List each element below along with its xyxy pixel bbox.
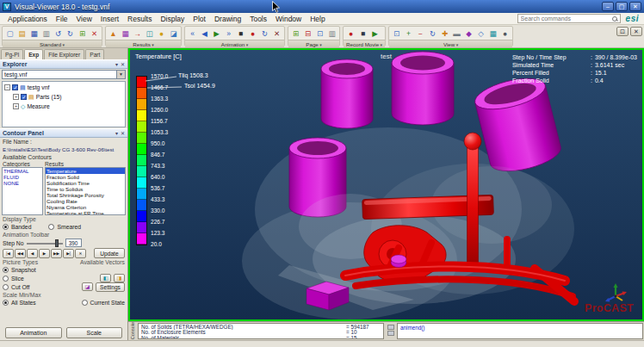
toolbar-icon[interactable]: ◆ [463,28,474,39]
cutoff-tool-icon[interactable]: ◪ [82,282,93,291]
tree-checkbox[interactable] [21,94,27,100]
step-value-field[interactable]: 390 [65,239,82,247]
menu-item[interactable]: Window [271,14,306,24]
toolbar-caption-standard[interactable]: Standard [3,40,102,47]
playback-button[interactable]: ▶ [39,249,50,258]
categories-listbox[interactable]: THERMALFLUIDNONE [2,167,43,215]
toolbar-icon[interactable]: ✕ [271,28,282,39]
result-item[interactable]: Solidification Time [46,180,125,186]
toolbar-icon[interactable]: » [223,28,234,39]
result-item[interactable]: Fraction Solid [46,174,125,180]
console-tab[interactable]: Console [128,322,137,340]
chevron-down-icon[interactable]: ▼ [116,71,125,78]
collapse-icon[interactable]: ▾ [115,61,118,67]
category-item[interactable]: THERMAL [3,168,42,174]
toolbar-icon[interactable]: ◫ [144,28,155,39]
toolbar-icon[interactable]: ● [247,28,258,39]
close-panel-icon[interactable]: ✕ [121,130,125,136]
mdi-restore-icon[interactable]: ⊡ [616,27,629,36]
slice-tool-icon[interactable]: ◧ [100,274,111,282]
all-states-radio[interactable] [3,300,9,306]
snapshot-radio[interactable] [3,267,9,273]
toolbar-icon[interactable]: ▶ [369,28,381,39]
category-item[interactable]: FLUID [3,174,42,180]
menu-item[interactable]: File [52,14,72,24]
toolbar-icon[interactable]: ✚ [439,28,450,39]
toolbar-icon[interactable]: ■ [235,28,246,39]
toolbar-icon[interactable]: ⊡ [391,28,402,39]
result-item[interactable]: Total Shrinkage Porosity [46,192,125,198]
scale-button[interactable]: Scale [66,327,123,338]
result-item[interactable]: Time to Solidus [46,186,125,192]
menu-item[interactable]: View [72,14,96,24]
menu-item[interactable]: Applications [3,14,52,24]
toolbar-icon[interactable]: → [132,28,143,39]
model-file-combobox[interactable]: testg.vnf ▼ [2,70,126,79]
toolbar-icon[interactable]: ◪ [168,28,179,39]
minimize-button[interactable]: – [602,2,614,11]
toolbar-caption-record-movie[interactable]: Record Movie [344,40,385,47]
playback-button[interactable]: ◀◀ [15,249,26,258]
panel-tab[interactable]: Pg-Pl [1,49,23,59]
toolbar-icon[interactable]: ✕ [89,28,100,39]
console-messages-panel[interactable]: No. of Solids (TETRA/HEXA/WEDGE)= 594187… [138,323,384,339]
toolbar-icon[interactable]: ↻ [65,28,76,39]
toolbar-icon[interactable]: ▥ [40,28,52,39]
toolbar-caption-results[interactable]: Results [106,40,181,47]
cutoff-radio[interactable] [3,284,9,290]
3d-canvas[interactable] [130,50,642,319]
toolbar-icon[interactable]: − [415,28,426,39]
result-item[interactable]: Temperature [46,168,125,174]
console-command-panel[interactable]: animend() [397,323,643,339]
maximize-button[interactable]: ▢ [616,2,628,11]
toolbar-icon[interactable]: ↻ [427,28,438,39]
current-state-radio[interactable] [82,300,88,306]
expander-icon[interactable]: − [4,84,10,90]
expander-icon[interactable]: + [13,94,19,100]
update-button[interactable]: Update [94,248,125,258]
settings-button[interactable]: Settings [96,282,125,292]
menu-item[interactable]: Plot [189,14,210,24]
toolbar-caption-page[interactable]: Page [288,40,339,47]
result-item[interactable]: Cooling Rate [46,198,125,204]
slice-radio[interactable] [3,276,9,282]
toolbar-icon[interactable]: « [187,28,198,39]
panel-tab[interactable]: Part [85,49,104,59]
toolbar-icon[interactable]: ● [156,28,167,39]
tree-item-measure[interactable]: + ◇ Measure [4,102,123,111]
step-slider[interactable] [27,239,63,247]
toolbar-icon[interactable]: ■ [357,28,368,39]
console-tool-icon[interactable] [387,325,394,330]
toolbar-caption-animation[interactable]: Animation [185,40,284,47]
toolbar-icon[interactable]: ● [499,28,511,39]
banded-radio[interactable] [3,224,9,230]
menu-item[interactable]: Tools [245,14,271,24]
playback-button[interactable]: ◀ [27,249,38,258]
close-panel-icon[interactable]: ✕ [121,61,125,67]
menu-item[interactable]: Results [123,14,156,24]
menu-item[interactable]: Help [306,14,329,24]
close-button[interactable]: ✕ [629,2,641,11]
smeared-radio[interactable] [48,224,54,230]
toolbar-icon[interactable]: ▶ [211,28,222,39]
toolbar-caption-view[interactable]: View [389,40,512,47]
slider-thumb[interactable] [55,239,59,247]
slice-options-icon[interactable]: ◨ [114,274,125,282]
toolbar-icon[interactable]: ▦ [28,28,40,39]
toolbar-icon[interactable]: ⊡ [314,28,325,39]
toolbar-icon[interactable]: ▢ [4,28,15,39]
playback-button[interactable]: ▶▶ [51,249,62,258]
menu-item[interactable]: Insert [96,14,123,24]
toolbar-icon[interactable]: ▥ [326,28,337,39]
console-tool-icon[interactable] [387,331,394,336]
panel-tab[interactable]: File Explorer [44,49,84,59]
tree-item-parts[interactable]: + ▤ Parts (15) [4,92,123,102]
toolbar-icon[interactable]: ▦ [120,28,131,39]
toolbar-icon[interactable]: ⊟ [302,28,313,39]
result-item[interactable]: Niyama Criterion [46,204,125,210]
category-item[interactable]: NONE [3,180,42,186]
search-icon[interactable] [612,16,617,22]
tree-item-root[interactable]: − ▤ testg vnf [4,83,123,92]
tree-checkbox[interactable] [12,84,18,90]
animation-button[interactable]: Animation [5,327,62,338]
